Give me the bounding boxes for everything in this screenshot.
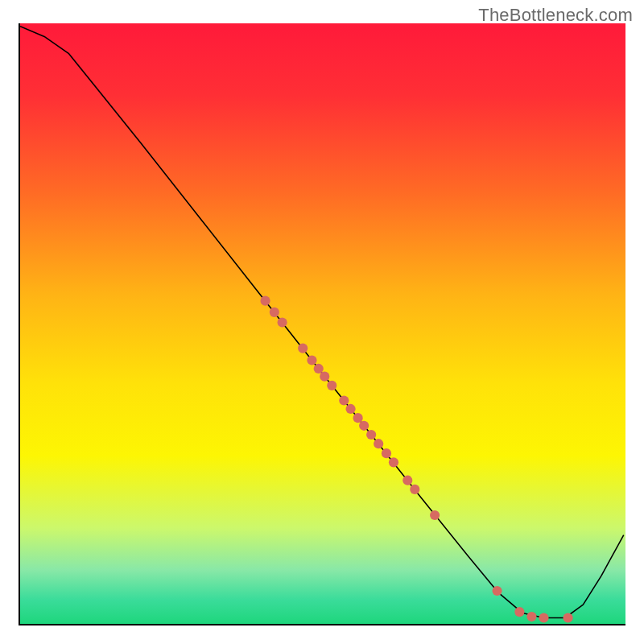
scatter-point (314, 364, 324, 374)
scatter-point (278, 317, 287, 327)
scatter-point (339, 395, 349, 405)
scatter-point (298, 344, 308, 353)
scatter-point (563, 613, 572, 622)
scatter-point (514, 607, 524, 617)
chart-svg (20, 23, 625, 624)
scatter-point (270, 308, 279, 317)
scatter-point (402, 476, 412, 485)
scatter-point (382, 448, 391, 458)
scatter-point (492, 586, 502, 596)
scatter-point (359, 421, 369, 431)
scatter-point (260, 296, 270, 306)
scatter-point (307, 355, 316, 365)
chart-canvas: TheBottleneck.com (0, 0, 644, 644)
gradient-background (20, 23, 625, 624)
scatter-point (526, 612, 536, 621)
scatter-point (539, 613, 548, 622)
scatter-point (366, 430, 376, 440)
scatter-point (389, 457, 398, 467)
plot-area (19, 23, 625, 625)
scatter-point (320, 372, 329, 382)
scatter-point (327, 381, 336, 390)
scatter-point (410, 485, 419, 494)
scatter-point (430, 510, 440, 520)
scatter-point (353, 413, 363, 423)
scatter-point (374, 439, 383, 448)
scatter-point (346, 404, 356, 414)
